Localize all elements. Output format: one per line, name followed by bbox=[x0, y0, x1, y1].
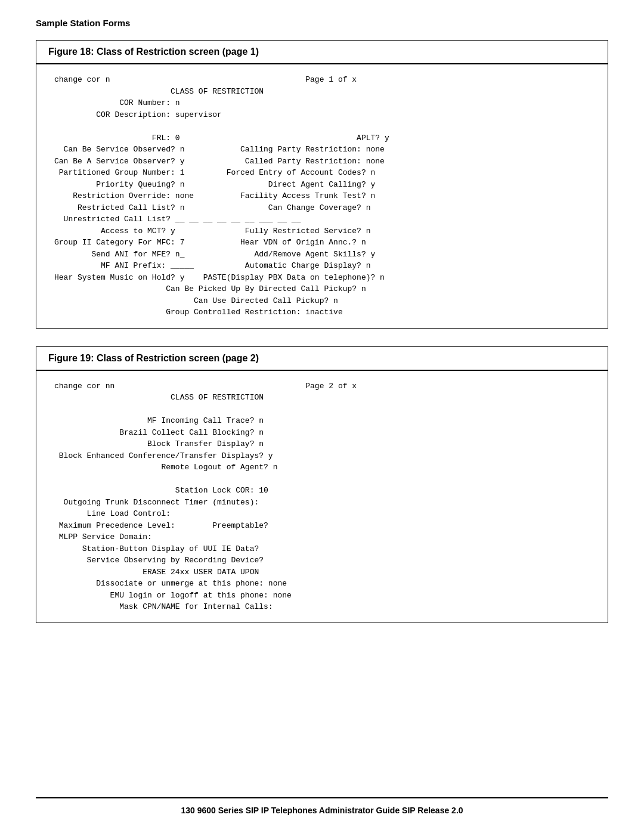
footer-text: 130 9600 Series SIP IP Telephones Admini… bbox=[181, 806, 463, 815]
footer: 130 9600 Series SIP IP Telephones Admini… bbox=[36, 797, 608, 815]
figure19-section: Figure 19: Class of Restriction screen (… bbox=[36, 346, 608, 623]
figure19-content: change cor nn Page 2 of x CLASS OF RESTR… bbox=[36, 371, 608, 623]
figure18-section: Figure 18: Class of Restriction screen (… bbox=[36, 40, 608, 329]
figure19-title: Figure 19: Class of Restriction screen (… bbox=[36, 347, 608, 371]
figure18-title: Figure 18: Class of Restriction screen (… bbox=[36, 41, 608, 64]
page-header: Sample Station Forms bbox=[36, 18, 608, 28]
figure18-content: change cor n Page 1 of x CLASS OF RESTRI… bbox=[36, 64, 608, 328]
page-container: Sample Station Forms Figure 18: Class of… bbox=[0, 0, 644, 833]
